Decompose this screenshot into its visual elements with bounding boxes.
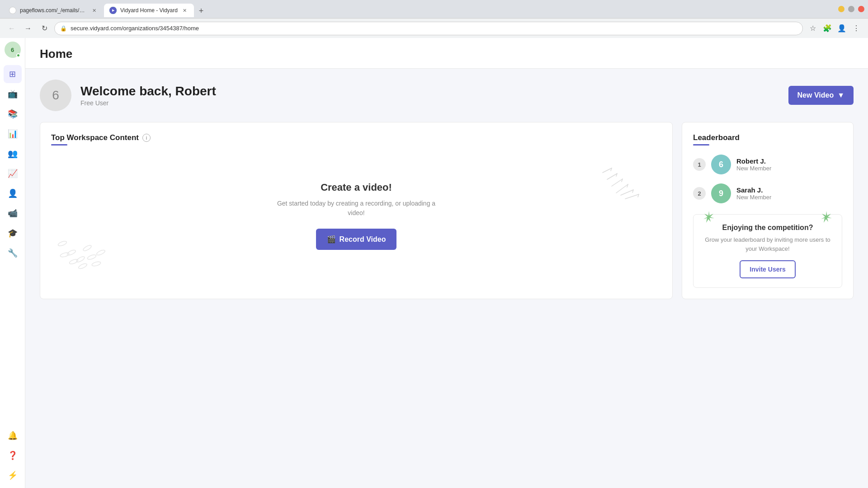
sparkle-left: [703, 210, 715, 225]
enjoying-desc: Grow your leaderboard by inviting more u…: [703, 235, 833, 253]
sidebar-item-team[interactable]: 👤: [4, 184, 22, 202]
create-heading: Create a video!: [321, 182, 392, 193]
record-btn-label: Record Video: [340, 235, 386, 244]
new-video-dropdown-icon: ▼: [837, 91, 844, 99]
leaderboard-card-title: Leaderboard: [693, 133, 842, 142]
welcome-section: 6 Welcome back, Robert Free User New Vid…: [40, 80, 854, 111]
browser-toolbar: ← → ↻ 🔒 secure.vidyard.com/organizations…: [0, 18, 868, 38]
svg-point-19: [87, 254, 97, 260]
user-avatar-robert: 6: [711, 155, 731, 174]
sidebar: 6 ⊞ 📺 📚 📊 👥 📈 👤 📹 🎓: [0, 38, 25, 488]
sidebar-item-home[interactable]: ⊞: [4, 65, 22, 83]
close-button[interactable]: [858, 6, 864, 12]
rank-1-badge: 1: [693, 158, 706, 171]
svg-line-4: [612, 179, 623, 186]
decorative-arrows-top: [598, 164, 643, 202]
sidebar-avatar[interactable]: 6: [5, 42, 21, 58]
user-type-label: Free User: [80, 99, 216, 107]
svg-line-0: [603, 168, 612, 173]
contacts-icon: 👥: [8, 149, 18, 159]
sidebar-item-integrations[interactable]: 🔧: [4, 244, 22, 262]
menu-button[interactable]: ⋮: [850, 22, 863, 35]
toolbar-actions: ☆ 🧩 👤 ⋮: [807, 22, 863, 35]
tab-pageflows-close[interactable]: ✕: [90, 7, 98, 14]
leaderboard-item-2: 2 9 Sarah J. New Member: [693, 183, 842, 203]
analytics-icon: 📊: [8, 129, 18, 139]
create-desc: Get started today by creating a recordin…: [275, 199, 438, 218]
svg-point-21: [96, 249, 106, 256]
sarah-avatar-number: 9: [719, 189, 723, 198]
workspace-title-text: Top Workspace Content: [51, 133, 139, 142]
leaderboard-item-1: 1 6 Robert J. New Member: [693, 155, 842, 174]
tab-pageflows[interactable]: pageflows.com/_/emails/_/7fb5c... ✕: [4, 4, 103, 17]
sidebar-item-help[interactable]: ❓: [4, 446, 22, 465]
integrations-icon: 🔧: [8, 248, 18, 258]
sidebar-item-power[interactable]: ⚡: [4, 466, 22, 484]
rank-2-number: 2: [698, 190, 701, 197]
tab-vidyard[interactable]: Vidyard Home - Vidyard ✕: [104, 4, 194, 17]
page-body: 6 Welcome back, Robert Free User New Vid…: [25, 69, 868, 488]
browser-tabs: pageflows.com/_/emails/_/7fb5c... ✕ Vidy…: [4, 1, 208, 17]
record-icon: 🎬: [327, 235, 336, 244]
new-video-label: New Video: [797, 91, 834, 99]
sidebar-item-reports[interactable]: 📈: [4, 164, 22, 183]
page-header: Home: [25, 38, 868, 69]
sidebar-item-library[interactable]: 📚: [4, 105, 22, 123]
help-icon: ❓: [8, 450, 18, 460]
address-text: secure.vidyard.com/organizations/3454387…: [71, 25, 199, 32]
leaderboard-card: Leaderboard 1 6 Robert J. New Memb: [682, 122, 854, 299]
welcome-text: Welcome back, Robert Free User: [80, 84, 216, 107]
power-icon: ⚡: [8, 470, 18, 480]
profile-button[interactable]: 👤: [835, 22, 848, 35]
robert-role: New Member: [736, 165, 771, 172]
sidebar-item-notifications[interactable]: 🔔: [4, 427, 22, 445]
svg-line-2: [607, 174, 617, 179]
robert-avatar-number: 6: [719, 160, 723, 169]
sidebar-item-channels[interactable]: 📹: [4, 204, 22, 222]
invite-users-button[interactable]: Invite Users: [740, 260, 795, 278]
invite-label: Invite Users: [750, 266, 785, 273]
refresh-button[interactable]: ↻: [38, 22, 51, 35]
welcome-avatar: 6: [40, 80, 71, 111]
svg-point-17: [78, 263, 88, 270]
new-tab-button[interactable]: +: [195, 5, 208, 17]
record-video-button[interactable]: 🎬 Record Video: [316, 229, 397, 250]
svg-point-16: [69, 258, 79, 265]
maximize-button[interactable]: [848, 6, 854, 12]
sidebar-item-learn[interactable]: 🎓: [4, 224, 22, 242]
sidebar-item-analytics[interactable]: 📊: [4, 125, 22, 143]
reports-icon: 📈: [8, 169, 18, 178]
back-button[interactable]: ←: [5, 22, 18, 35]
new-video-button[interactable]: New Video ▼: [788, 86, 854, 105]
page-title: Home: [40, 47, 854, 61]
svg-point-20: [91, 261, 101, 267]
vidyard-tab-favicon: [109, 7, 117, 14]
minimize-button[interactable]: [838, 6, 844, 12]
lock-icon: 🔒: [60, 25, 67, 32]
workspace-title-underline: [51, 144, 67, 145]
enjoying-competition-section: Enjoying the competition? Grow your lead…: [693, 214, 842, 288]
forward-button[interactable]: →: [22, 22, 34, 35]
workspace-card-title: Top Workspace Content i: [51, 133, 661, 142]
svg-line-6: [616, 184, 628, 193]
tab-vidyard-close[interactable]: ✕: [181, 7, 189, 14]
browser-chrome: pageflows.com/_/emails/_/7fb5c... ✕ Vidy…: [0, 0, 868, 38]
bookmark-star-button[interactable]: ☆: [807, 22, 819, 35]
avatar-number: 6: [11, 47, 14, 53]
sarah-role: New Member: [736, 194, 771, 201]
svg-line-8: [621, 190, 633, 195]
notifications-icon: 🔔: [8, 431, 18, 441]
content-grid: Top Workspace Content i: [40, 122, 854, 299]
user-info-robert: Robert J. New Member: [736, 157, 771, 172]
app: 6 ⊞ 📺 📚 📊 👥 📈 👤 📹 🎓: [0, 38, 868, 488]
sidebar-item-videos[interactable]: 📺: [4, 85, 22, 103]
sarah-name: Sarah J.: [736, 186, 771, 194]
leaderboard-title-underline: [693, 144, 709, 145]
rank-2-badge: 2: [693, 187, 706, 200]
library-icon: 📚: [8, 109, 18, 119]
rank-1-number: 1: [698, 161, 701, 168]
welcome-heading: Welcome back, Robert: [80, 84, 216, 99]
sidebar-item-contacts[interactable]: 👥: [4, 145, 22, 163]
extensions-button[interactable]: 🧩: [821, 22, 834, 35]
address-bar[interactable]: 🔒 secure.vidyard.com/organizations/34543…: [54, 22, 803, 35]
